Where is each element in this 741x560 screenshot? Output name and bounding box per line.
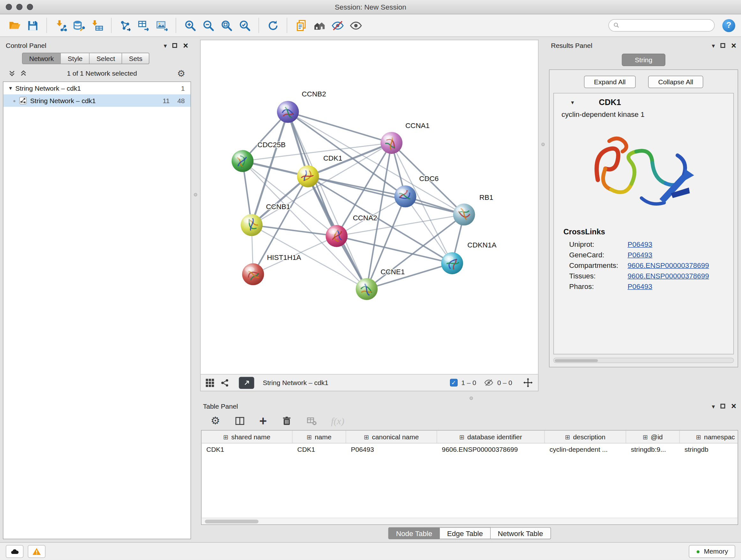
table-cell[interactable]: stringdb [680, 444, 738, 456]
export-network-button[interactable] [117, 17, 134, 34]
network-edge[interactable] [367, 263, 452, 289]
window-minimize-button[interactable] [16, 4, 23, 10]
network-node-ccnb2[interactable]: CCNB2 [277, 90, 326, 123]
horizontal-splitter[interactable] [200, 396, 739, 401]
network-edge[interactable] [367, 214, 464, 289]
zoom-out-button[interactable] [200, 17, 217, 34]
network-svg[interactable]: CCNB2CCNA1CDC25BCDK1CDC6RB1CCNB1CCNA2CDK… [201, 40, 538, 374]
network-row-selected[interactable]: ● String Network – cdk1 11 48 [3, 95, 191, 107]
network-node-ccna1[interactable]: CCNA1 [381, 122, 429, 154]
zoom-in-button[interactable] [182, 17, 199, 34]
network-node-hist1h1a[interactable]: HIST1H1A [242, 253, 301, 285]
table-cell[interactable]: CDK1 [293, 444, 346, 456]
import-table-file-button[interactable] [89, 17, 106, 34]
splitter-grip[interactable] [194, 193, 198, 197]
table-cell[interactable]: 9606.ENSP00000378699 [437, 444, 545, 456]
table-cell[interactable]: cyclin-dependent ... [545, 444, 626, 456]
export-table-button[interactable] [135, 17, 152, 34]
gene-collapse-icon[interactable]: ▾ [571, 99, 574, 106]
table-horizontal-scrollbar[interactable] [202, 518, 738, 524]
export-image-button[interactable] [153, 17, 171, 34]
open-in-new-window-button[interactable] [239, 377, 254, 389]
network-node-ccne1[interactable]: CCNE1 [356, 268, 405, 300]
panel-float-icon[interactable] [721, 404, 725, 409]
hide-selected-button[interactable] [329, 17, 346, 34]
fit-content-crosshair-icon[interactable] [523, 378, 533, 388]
expand-all-icon[interactable] [20, 70, 27, 77]
panel-collapse-icon[interactable]: ▾ [164, 42, 167, 49]
splitter-grip[interactable] [470, 397, 473, 400]
collapse-all-button[interactable]: Collapse All [648, 76, 703, 88]
show-columns-button[interactable] [234, 416, 245, 427]
warnings-button[interactable] [28, 545, 46, 558]
panel-close-icon[interactable]: × [731, 41, 736, 50]
results-scrollbar[interactable] [553, 358, 734, 363]
crosslink-link[interactable]: 9606.ENSP00000378699 [628, 261, 709, 269]
selected-checkbox-icon[interactable]: ✓ [450, 379, 458, 387]
crosslink-link[interactable]: P06493 [628, 240, 653, 248]
panel-close-icon[interactable]: × [731, 402, 736, 411]
zoom-fit-button[interactable] [218, 17, 235, 34]
cloud-button[interactable] [6, 545, 23, 558]
tab-string[interactable]: String [622, 54, 665, 66]
import-network-database-button[interactable] [71, 17, 88, 34]
crosslink-link[interactable]: P06493 [628, 250, 653, 259]
import-network-file-button[interactable] [52, 17, 70, 34]
panel-float-icon[interactable] [721, 43, 725, 48]
expand-all-button[interactable]: Expand All [584, 76, 636, 88]
memory-button[interactable]: ● Memory [689, 545, 735, 558]
panel-close-icon[interactable]: × [183, 41, 188, 50]
panel-float-icon[interactable] [173, 43, 178, 48]
network-node-cdkn1a[interactable]: CDKN1A [441, 241, 496, 274]
open-session-button[interactable] [6, 17, 23, 34]
left-splitter[interactable] [191, 40, 200, 540]
gear-icon[interactable]: ⚙ [177, 69, 185, 78]
documents-button[interactable] [293, 17, 310, 34]
table-cell[interactable]: CDK1 [202, 444, 293, 456]
zoom-selected-button[interactable] [236, 17, 253, 34]
panel-collapse-icon[interactable]: ▾ [712, 402, 715, 410]
table-cell[interactable]: stringdb:9... [626, 444, 680, 456]
tab-select[interactable]: Select [90, 53, 122, 64]
tab-network[interactable]: Network [22, 53, 61, 64]
show-all-button[interactable] [347, 17, 364, 34]
network-edge[interactable] [288, 112, 367, 289]
table-cell[interactable]: P06493 [346, 444, 437, 456]
right-splitter[interactable] [539, 40, 548, 396]
table-row[interactable]: CDK1CDK1P064939606.ENSP00000378699cyclin… [202, 444, 738, 456]
delete-table-button[interactable] [306, 416, 317, 427]
column-header[interactable]: ⊞shared name [202, 431, 293, 443]
crosslink-link[interactable]: 9606.ENSP00000378699 [628, 271, 709, 280]
tab-sets[interactable]: Sets [122, 53, 150, 64]
tab-node-table[interactable]: Node Table [388, 527, 440, 539]
network-edge[interactable] [288, 112, 392, 143]
scrollbar-thumb[interactable] [555, 359, 598, 362]
table-settings-button[interactable]: ⚙ [211, 416, 220, 427]
network-edge[interactable] [252, 225, 337, 236]
home-button[interactable] [311, 17, 328, 34]
network-edge[interactable] [288, 112, 464, 214]
column-header[interactable]: ⊞@id [626, 431, 680, 443]
tab-network-table[interactable]: Network Table [490, 527, 551, 539]
collapse-all-icon[interactable] [9, 70, 15, 77]
network-node-rb1[interactable]: RB1 [453, 193, 493, 226]
tree-expand-icon[interactable]: ▾ [9, 85, 12, 91]
scrollbar-thumb[interactable] [205, 519, 259, 523]
window-zoom-button[interactable] [27, 4, 33, 10]
function-builder-button[interactable]: f(x) [331, 416, 344, 427]
search-input[interactable] [623, 22, 710, 29]
window-close-button[interactable] [6, 4, 12, 10]
network-node-ccnb1[interactable]: CCNB1 [241, 203, 290, 236]
column-header[interactable]: ⊞canonical name [346, 431, 437, 443]
network-edge[interactable] [337, 236, 452, 263]
add-column-button[interactable]: + [259, 415, 267, 428]
column-header[interactable]: ⊞database identifier [437, 431, 545, 443]
delete-column-button[interactable] [281, 416, 292, 427]
column-header[interactable]: ⊞description [545, 431, 626, 443]
tab-edge-table[interactable]: Edge Table [440, 527, 491, 539]
column-header[interactable]: ⊞name [293, 431, 346, 443]
help-button[interactable]: ? [723, 19, 736, 32]
column-header[interactable]: ⊞namespac [680, 431, 738, 443]
search-box[interactable] [609, 19, 715, 32]
share-icon[interactable] [220, 378, 229, 388]
